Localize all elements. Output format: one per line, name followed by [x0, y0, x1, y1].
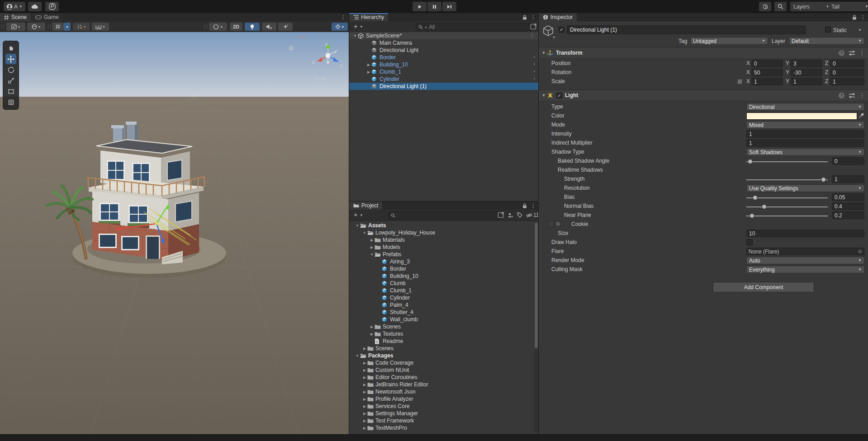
project-row-scenes[interactable]: ▶Scenes [349, 323, 539, 330]
project-row-custom-nunit[interactable]: ▶Custom NUnit [349, 366, 539, 374]
foldout-icon[interactable]: ▼ [541, 51, 547, 55]
account-button[interactable]: A ▼ [4, 2, 25, 11]
foldout-icon[interactable]: ▶ [362, 375, 367, 380]
light-bias-slider-thumb[interactable] [753, 195, 758, 200]
transform-scale-x-field[interactable]: 1 [751, 78, 783, 85]
project-row-palm-4[interactable]: Palm_4 [349, 301, 539, 309]
layer-dropdown[interactable]: Default▼ [789, 37, 864, 45]
foldout-icon[interactable]: ▶ [362, 347, 367, 351]
light-mode-dropdown[interactable]: Mixed▼ [746, 121, 864, 129]
lock-icon[interactable] [522, 15, 527, 20]
scene-camera-settings-dropdown[interactable]: ▼ [332, 23, 348, 31]
project-row-building-10[interactable]: Building_10 [349, 272, 539, 280]
open-prefab-chevron-icon[interactable]: › [533, 61, 535, 66]
project-row-assets[interactable]: ▼Assets [349, 222, 539, 229]
2d-toggle-button[interactable]: 2D [230, 23, 242, 31]
project-row-cylinder[interactable]: Cylinder [349, 294, 539, 301]
project-row-scenes[interactable]: ▶Scenes [349, 345, 539, 352]
light-draw-halo-checkbox[interactable] [746, 239, 753, 245]
project-create-button[interactable]: ＋▼ [352, 211, 364, 219]
light-strength-slider-thumb[interactable] [821, 177, 826, 182]
transform-scale-y-field[interactable]: 1 [791, 78, 822, 85]
project-row-readme[interactable]: Readme [349, 338, 539, 345]
active-checkbox[interactable]: ✓ [559, 27, 564, 33]
hierarchy-row-samplescene[interactable]: ▼SampleScene*⋮ [349, 32, 539, 39]
light-culling-mask-dropdown[interactable]: Everything▼ [746, 266, 864, 273]
hierarchy-row-building-10[interactable]: ▶Building_10› [349, 61, 539, 68]
foldout-icon[interactable]: ▶ [362, 361, 367, 365]
project-row-lowpoly-holiday-house[interactable]: ▼Lowpoly_Holiday_House [349, 229, 539, 236]
hierarchy-search-input[interactable]: ▼ All [416, 23, 532, 31]
cloud-services-button[interactable] [28, 2, 42, 11]
hierarchy-row-directional-light-1[interactable]: Directional Light (1) [349, 83, 539, 90]
foldout-icon[interactable]: ▶ [362, 419, 367, 423]
grid-settings-dropdown[interactable]: ▼ [64, 23, 71, 31]
foldout-icon[interactable]: ▼ [369, 253, 375, 257]
snap-increment-dropdown[interactable]: ▼ [92, 23, 109, 31]
help-icon[interactable]: ? [839, 50, 844, 56]
transform-tool-button[interactable] [5, 97, 16, 108]
move-tool-button[interactable] [5, 54, 16, 64]
open-asset-icon[interactable] [498, 212, 504, 218]
open-prefab-chevron-icon[interactable]: › [533, 68, 535, 74]
project-menu-icon[interactable]: ⋮ [531, 202, 536, 209]
project-row-code-coverage[interactable]: ▶Code Coverage [349, 359, 539, 366]
foldout-icon[interactable]: ▶ [362, 404, 367, 408]
component-menu-icon[interactable]: ⋮ [859, 92, 865, 99]
project-row-jetbrains-rider-editor[interactable]: ▶JetBrains Rider Editor [349, 381, 539, 388]
static-checkbox[interactable] [825, 27, 831, 33]
light-baked-shadow-angle-slider-thumb[interactable] [748, 159, 753, 164]
project-row-models[interactable]: ▶Models [349, 244, 539, 251]
light-size-field[interactable]: 10 [746, 230, 864, 237]
perspective-label[interactable]: ‹ Persp [310, 75, 326, 81]
project-row-services-core[interactable]: ▶Services Core [349, 403, 539, 410]
tab-game[interactable]: Game [31, 13, 63, 21]
project-row-clumb-1[interactable]: Clumb_1 [349, 287, 539, 294]
search-everything-button[interactable] [774, 2, 787, 11]
scene-audio-toggle[interactable] [262, 23, 276, 31]
overlay-handle[interactable] [298, 36, 307, 37]
foldout-icon[interactable]: ▶ [362, 368, 367, 372]
light-render-mode-dropdown[interactable]: Auto▼ [746, 257, 864, 264]
light-header[interactable]: ▼ ✓ Light ? ⋮ [539, 89, 868, 101]
project-row-prefabs[interactable]: ▼Prefabs [349, 251, 539, 258]
hierarchy-row-directional-light[interactable]: Directional Light [349, 47, 539, 54]
project-row-wall-clumb[interactable]: Wall_clumb [349, 316, 539, 323]
transform-position-z-field[interactable]: 0 [830, 60, 864, 67]
hierarchy-row-border[interactable]: Border› [349, 54, 539, 61]
transform-rotation-z-field[interactable]: 0 [830, 69, 864, 76]
foldout-icon[interactable]: ▼ [352, 34, 358, 38]
scene-lighting-toggle[interactable] [245, 23, 260, 31]
light-strength-slider[interactable] [746, 179, 828, 180]
project-search-input[interactable] [388, 211, 500, 220]
foldout-icon[interactable]: ▶ [362, 426, 367, 430]
grid-visibility-button[interactable] [52, 23, 64, 31]
foldout-icon[interactable]: ▶ [369, 332, 375, 336]
tab-project[interactable]: Project [349, 202, 382, 210]
foldout-icon[interactable]: ▶ [366, 63, 371, 67]
light-type-dropdown[interactable]: Directional▼ [746, 103, 864, 111]
project-row-shutter-4[interactable]: Shutter_4 [349, 309, 539, 316]
constrain-proportions-icon[interactable] [737, 79, 743, 84]
transform-rotation-y-field[interactable]: -30 [791, 69, 822, 76]
foldout-icon[interactable]: ▶ [369, 325, 375, 329]
foldout-icon[interactable]: ▶ [369, 238, 375, 242]
transform-scale-z-field[interactable]: 1 [830, 78, 864, 85]
add-component-button[interactable]: Add Component [713, 282, 814, 292]
light-flare-object-field[interactable]: None (Flare)⊙ [746, 248, 864, 255]
light-bias-field[interactable]: 0.05 [832, 193, 864, 201]
light-near-plane-slider-thumb[interactable] [749, 213, 754, 218]
foldout-icon[interactable]: ▶ [366, 70, 371, 74]
favorites-icon[interactable] [508, 212, 513, 218]
project-row-clumb[interactable]: Clumb [349, 280, 539, 287]
project-row-textures[interactable]: ▶Textures [349, 330, 539, 338]
light-resolution-dropdown[interactable]: Use Quality Settings▼ [746, 184, 864, 192]
pause-button[interactable] [427, 2, 441, 11]
step-button[interactable] [442, 2, 456, 11]
lock-icon[interactable] [522, 203, 527, 208]
row-menu-icon[interactable]: ⋮ [530, 33, 535, 38]
hierarchy-row-main-camera[interactable]: Main Camera [349, 39, 539, 47]
scene-effects-dropdown[interactable] [278, 23, 293, 31]
project-row-editor-coroutines[interactable]: ▶Editor Coroutines [349, 374, 539, 381]
rotate-tool-button[interactable] [5, 65, 16, 75]
